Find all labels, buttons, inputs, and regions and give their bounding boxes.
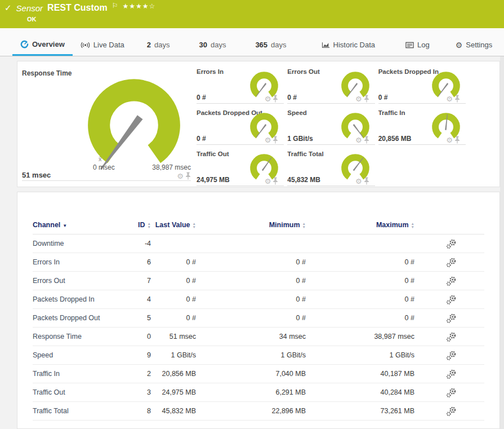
minimum-value: 0 # <box>196 314 306 322</box>
column-header-id[interactable]: ID▲▼ <box>120 220 151 230</box>
last-value: 20,856 MB <box>151 370 196 378</box>
channel-id: 4 <box>120 295 151 303</box>
table-row-errors-out: Errors Out 7 0 # 0 # 0 # <box>33 272 484 290</box>
last-value: 51 msec <box>151 333 196 340</box>
channels-table-panel: Channel▼ ID▲▼ Last Value▲▼ Minimum▲▼ Max… <box>17 192 500 429</box>
last-value: 0 # <box>151 295 196 303</box>
table-row-packets-dropped-out: Packets Dropped Out 5 0 # 0 # 0 # <box>33 309 484 328</box>
gear-icon[interactable]: ⚙ <box>355 178 362 185</box>
sensor-title: REST Custom <box>47 3 108 13</box>
column-label: ID <box>138 220 145 230</box>
gear-icon[interactable]: ⚙ <box>265 136 271 144</box>
channel-settings-icon[interactable] <box>446 406 456 416</box>
channel-settings-icon[interactable] <box>446 238 456 249</box>
gauge-title: Traffic In <box>378 109 405 116</box>
table-row-downtime: Downtime -4 <box>33 235 484 253</box>
tab-live-data[interactable]: Live Data <box>73 34 132 56</box>
channel-settings-icon[interactable] <box>446 313 456 323</box>
priority-stars[interactable]: ★★★★☆ <box>123 2 156 10</box>
pin-icon[interactable] <box>273 177 278 185</box>
sort-caret-icon: ▼ <box>63 223 67 228</box>
minimum-value: 22,896 MB <box>196 407 306 415</box>
last-value: 45,832 MB <box>151 407 196 415</box>
gauge-title: Speed <box>287 109 307 116</box>
minimum-value: 0 # <box>196 295 306 303</box>
channel-settings-icon[interactable] <box>446 387 456 397</box>
gear-icon[interactable]: ⚙ <box>265 95 271 103</box>
gear-icon: ⚙ <box>456 35 463 55</box>
table-row-response-time: Response Time 0 51 msec 34 msec 38,987 m… <box>33 328 484 346</box>
pin-icon[interactable] <box>454 95 460 103</box>
tab-log[interactable]: Log <box>398 34 438 56</box>
gauge-value: 0 # <box>287 94 297 101</box>
gear-icon[interactable]: ⚙ <box>355 136 362 144</box>
channel-settings-icon[interactable] <box>446 350 456 360</box>
table-row-speed: Speed 9 1 GBit/s 1 GBit/s 1 GBit/s <box>33 346 484 365</box>
channel-settings-icon[interactable] <box>446 369 456 379</box>
gear-icon[interactable]: ⚙ <box>265 178 271 185</box>
gauge-errors-in: Errors In 0 # ⚙ <box>197 66 284 104</box>
pin-icon[interactable] <box>454 136 460 144</box>
channel-id: 5 <box>120 314 151 322</box>
gear-icon[interactable]: ⚙ <box>446 136 453 144</box>
pin-icon[interactable] <box>364 95 369 103</box>
gauge-errors-out: Errors Out 0 # ⚙ <box>287 66 374 104</box>
channel-settings-icon[interactable] <box>446 276 456 286</box>
pin-icon[interactable] <box>364 177 369 185</box>
channel-settings-icon[interactable] <box>446 257 456 267</box>
channel-name: Traffic Total <box>33 407 120 415</box>
tab-2-days[interactable]: 2 days <box>132 34 185 56</box>
maximum-value: 0 # <box>306 314 414 322</box>
tab-number: 30 <box>199 35 207 55</box>
last-value: 24,975 MB <box>151 388 196 396</box>
pin-icon[interactable] <box>273 136 278 144</box>
pin-icon[interactable] <box>273 95 278 103</box>
minimum-value: 6,291 MB <box>196 388 306 396</box>
channel-id: 9 <box>120 351 151 359</box>
channel-settings-icon[interactable] <box>446 331 456 342</box>
column-label: Last Value <box>155 220 190 230</box>
maximum-value: 73,261 MB <box>306 407 414 415</box>
column-header-maximum[interactable]: Maximum▲▼ <box>306 220 414 230</box>
gauge-value: 0 # <box>378 94 388 101</box>
sensor-header: ✓ Sensor REST Custom ⚐ ★★★★☆ OK <box>0 0 504 28</box>
gauge-title: Traffic Total <box>287 151 323 157</box>
column-header-minimum[interactable]: Minimum▲▼ <box>196 220 306 230</box>
tab-suffix: days <box>211 35 226 55</box>
channel-id: 7 <box>120 277 151 285</box>
pin-icon[interactable] <box>185 172 191 180</box>
tab-365-days[interactable]: 365 days <box>240 34 301 56</box>
tab-settings[interactable]: ⚙ Settings <box>448 34 501 56</box>
status-badge: OK <box>27 16 37 23</box>
chart-icon <box>322 42 330 48</box>
gauge-value: 20,856 MB <box>378 135 412 143</box>
gauge-current-value: 51 msec <box>22 171 51 179</box>
channel-name: Downtime <box>33 240 120 247</box>
minimum-value: 0 # <box>196 277 306 285</box>
gauge-icon <box>20 40 29 48</box>
tab-label: Overview <box>32 34 65 55</box>
gear-icon[interactable]: ⚙ <box>177 173 184 180</box>
gauge-max-label: 38,987 msec <box>152 163 191 171</box>
tab-overview[interactable]: Overview <box>12 34 73 56</box>
gear-icon[interactable]: ⚙ <box>446 95 453 103</box>
gauge-packets-dropped-in: Packets Dropped In 0 # ⚙ <box>378 66 466 104</box>
table-row-packets-dropped-in: Packets Dropped In 4 0 # 0 # 0 # <box>33 290 484 309</box>
channel-settings-icon[interactable] <box>446 294 456 304</box>
tab-30-days[interactable]: 30 days <box>184 34 240 56</box>
tab-label: Live Data <box>93 35 124 55</box>
column-label: Channel <box>33 221 60 229</box>
tab-historic-data[interactable]: Historic Data <box>314 34 383 56</box>
gauge-value: 45,832 MB <box>287 176 320 184</box>
column-header-last-value[interactable]: Last Value▲▼ <box>151 220 196 230</box>
tab-suffix: days <box>271 35 286 55</box>
maximum-value: 0 # <box>306 258 414 266</box>
channel-name: Errors Out <box>33 277 120 285</box>
channel-name: Response Time <box>33 333 120 340</box>
gauge-title: Response Time <box>22 69 72 77</box>
scroll-gutter[interactable] <box>500 56 504 429</box>
gear-icon[interactable]: ⚙ <box>355 95 362 103</box>
tab-number: 2 <box>147 35 151 55</box>
pin-icon[interactable] <box>364 136 369 144</box>
column-header-channel[interactable]: Channel▼ <box>33 220 120 231</box>
